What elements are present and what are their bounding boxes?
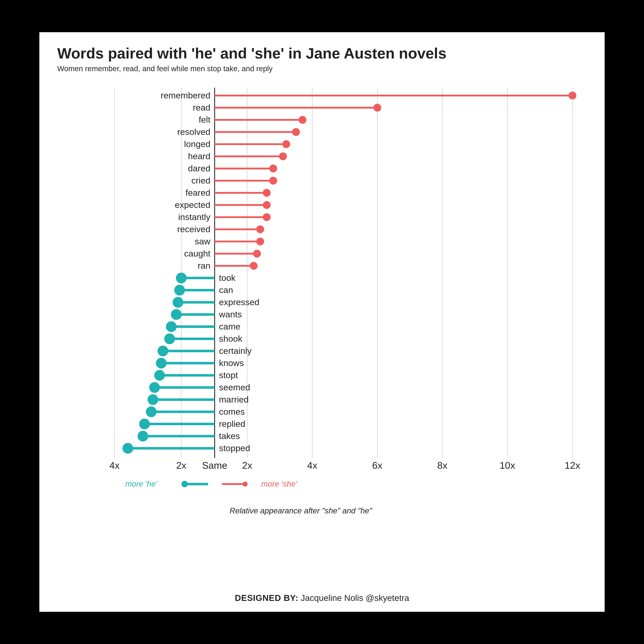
- word-label: dared: [188, 164, 210, 173]
- legend-she-label: more 'she': [261, 479, 297, 488]
- she-dot: [256, 225, 264, 233]
- word-label: married: [219, 395, 249, 404]
- he-dot: [173, 297, 183, 308]
- she-dot: [292, 128, 300, 136]
- word-label: felt: [199, 115, 211, 125]
- x-tick-same: Same: [202, 460, 227, 471]
- word-label: received: [177, 224, 210, 234]
- word-label: instantly: [178, 212, 210, 222]
- she-dot: [256, 238, 264, 245]
- word-label: feared: [186, 188, 210, 197]
- x-tick: 10x: [500, 460, 515, 471]
- she-dot: [250, 262, 258, 270]
- she-dot: [269, 177, 277, 185]
- she-dot: [269, 165, 277, 172]
- he-dot: [148, 394, 158, 405]
- word-label: seemed: [219, 382, 250, 392]
- word-label: read: [193, 103, 210, 112]
- she-dot: [282, 140, 290, 148]
- word-label: stopt: [219, 370, 238, 380]
- x-tick: 2x: [242, 460, 252, 471]
- x-tick: 6x: [372, 460, 382, 471]
- x-tick: 8x: [437, 460, 447, 471]
- he-dot: [158, 346, 168, 356]
- word-label: stopped: [219, 443, 250, 453]
- legend-she-icon: [243, 482, 248, 487]
- x-axis-caption: Relative appearance after "she" and "he": [230, 506, 372, 515]
- x-tick: 2x: [176, 460, 186, 471]
- he-dot: [138, 431, 148, 441]
- she-dot: [263, 201, 271, 209]
- word-label: cried: [191, 176, 210, 185]
- she-dot: [263, 213, 271, 221]
- she-dot: [569, 92, 576, 99]
- credit-value: Jacqueline Nolis @skyetetra: [301, 593, 409, 603]
- word-label: wants: [219, 309, 242, 319]
- word-label: longed: [184, 139, 210, 149]
- x-tick: 4x: [109, 460, 119, 471]
- word-label: expected: [175, 200, 210, 210]
- word-label: comes: [219, 407, 245, 416]
- he-dot: [174, 285, 185, 296]
- she-dot: [373, 104, 381, 112]
- word-label: resolved: [177, 127, 210, 137]
- she-dot: [279, 152, 287, 160]
- word-label: heard: [188, 151, 210, 161]
- word-label: certainly: [219, 346, 252, 356]
- word-label: knows: [219, 358, 244, 368]
- she-dot: [299, 116, 306, 124]
- chart-title: Words paired with 'he' and 'she' in Jane…: [57, 45, 447, 62]
- he-dot: [176, 273, 187, 283]
- she-dot: [263, 189, 271, 197]
- he-dot: [146, 406, 157, 417]
- he-dot: [154, 370, 165, 381]
- chart-subtitle: Women remember, read, and feel while men…: [57, 64, 273, 73]
- he-dot: [156, 358, 167, 369]
- word-label: remembered: [161, 91, 210, 100]
- he-dot: [149, 382, 160, 393]
- lollipop-chart: rememberedreadfeltresolvedlongedhearddar…: [57, 82, 587, 530]
- chart-panel: Words paired with 'he' and 'she' in Jane…: [39, 32, 605, 612]
- word-label: replied: [219, 419, 245, 429]
- he-dot: [123, 443, 133, 454]
- word-label: saw: [195, 236, 211, 246]
- word-label: takes: [219, 431, 240, 441]
- word-label: ran: [198, 261, 210, 270]
- word-label: caught: [184, 249, 211, 258]
- word-label: can: [219, 285, 233, 295]
- he-dot: [166, 321, 177, 332]
- word-label: expressed: [219, 297, 259, 307]
- she-dot: [253, 250, 261, 258]
- x-tick: 4x: [307, 460, 317, 471]
- word-label: came: [219, 322, 240, 331]
- page: Words paired with 'he' and 'she' in Jane…: [0, 0, 644, 644]
- word-label: took: [219, 273, 236, 283]
- he-dot: [171, 309, 182, 320]
- x-tick: 12x: [565, 460, 580, 471]
- legend-he-label: more 'he': [125, 479, 157, 488]
- credit-line: DESIGNED BY: Jacqueline Nolis @skyetetra: [39, 593, 605, 603]
- he-dot: [164, 333, 175, 344]
- he-dot: [139, 419, 150, 429]
- word-label: shook: [219, 334, 242, 343]
- credit-label: DESIGNED BY:: [235, 593, 298, 603]
